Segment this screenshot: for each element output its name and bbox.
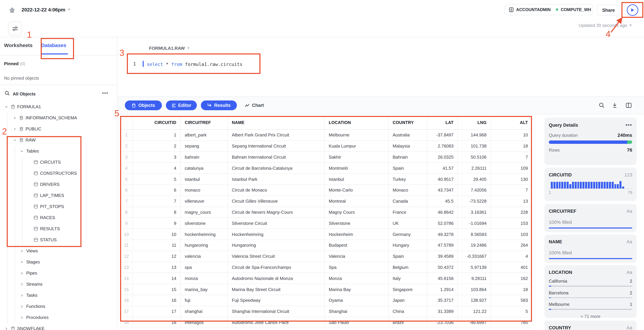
table-row[interactable]: 1616fujiFuji SpeedwayOyamaJapan35.371713… <box>120 295 532 306</box>
column-header-LNG[interactable]: LNG <box>458 116 491 129</box>
tree-item-constructors[interactable]: CONSTRUCTORS <box>0 168 117 179</box>
column-header-CIRCUITID[interactable]: CIRCUITID <box>133 116 181 129</box>
tree-item-views[interactable]: Views <box>0 245 117 256</box>
split-panel-button[interactable] <box>626 102 632 108</box>
object-search[interactable]: All Objects ••• <box>0 89 117 99</box>
table-row[interactable]: 44catalunyaCircuit de Barcelona-Cataluny… <box>120 163 532 174</box>
column-header-rownum[interactable] <box>120 116 133 129</box>
column-header-LOCATION[interactable]: LOCATION <box>325 116 388 129</box>
tree-item-tables[interactable]: Tables <box>0 146 117 157</box>
cell: 2 <box>133 141 181 152</box>
table-row[interactable]: 66monacoCircuit de MonacoMonte-CarloMona… <box>120 185 532 196</box>
table-row[interactable]: 88magny_coursCircuit de Nevers Magny-Cou… <box>120 207 532 218</box>
table-row[interactable]: 1717shanghaiShanghai International Circu… <box>120 306 532 317</box>
tree-item-tasks[interactable]: Tasks <box>0 290 117 301</box>
toggle-objects[interactable]: Objects <box>125 101 162 110</box>
sidebar-more-menu[interactable]: ••• <box>102 90 108 96</box>
tree-item-information_schema[interactable]: INFORMATION_SCHEMA <box>0 112 117 123</box>
table-row[interactable]: 99silverstoneSilverstone CircuitSilverst… <box>120 218 532 229</box>
table-row[interactable]: 1414monzaAutodromo Nazionale di MonzaMon… <box>120 273 532 284</box>
table-row[interactable]: 1313spaCircuit de Spa-FrancorchampsSpaBe… <box>120 262 532 273</box>
column-header-CIRCUITREF[interactable]: CIRCUITREF <box>181 116 228 129</box>
tree-item-functions[interactable]: Functions <box>0 301 117 312</box>
chevron-down-icon[interactable] <box>20 149 24 153</box>
column-header-NAME[interactable]: NAME <box>228 116 325 129</box>
home-button[interactable] <box>8 5 17 15</box>
chevron-right-icon[interactable] <box>20 316 24 319</box>
chevron-down-icon[interactable] <box>5 105 8 108</box>
sql-keyword: select <box>147 61 163 67</box>
search-results-button[interactable] <box>598 102 605 108</box>
chevron-down-icon[interactable] <box>13 138 16 142</box>
share-button[interactable]: Share <box>597 5 620 15</box>
column-header-COUNTRY[interactable]: COUNTRY <box>388 116 427 129</box>
editor-context-selector[interactable]: FORMULA1.RAW <box>149 46 190 51</box>
table-row[interactable]: 1212valenciaValencia Street CircuitValen… <box>120 251 532 262</box>
worksheet-title-menu[interactable]: 2022-12-22 4:06pm <box>22 7 70 12</box>
tree-item-pipes[interactable]: Pipes <box>0 268 117 279</box>
table-row[interactable]: 1818interlagosAutódromo José Carlos Pace… <box>120 317 532 328</box>
table-row[interactable]: 77villeneuveCircuit Gilles VilleneuveMon… <box>120 196 532 207</box>
tree-item-raw[interactable]: RAW <box>0 134 117 146</box>
tree-item-procedures[interactable]: Procedures <box>0 312 117 323</box>
tree-item-label: Pipes <box>26 271 37 276</box>
tree-item-status[interactable]: STATUS <box>0 234 117 245</box>
column-header-ALT[interactable]: ALT <box>491 116 532 129</box>
tree-item-drivers[interactable]: DRIVERS <box>0 179 117 190</box>
download-results-button[interactable] <box>612 102 618 108</box>
toggle-results[interactable]: Results <box>201 101 237 110</box>
chevron-right-icon[interactable] <box>20 305 24 308</box>
tab-databases[interactable]: Databases <box>41 42 66 48</box>
tree-item-results[interactable]: RESULTS <box>0 223 117 234</box>
tree-item-label: Views <box>26 248 38 253</box>
filters-button[interactable] <box>8 21 22 36</box>
tree-item-races[interactable]: RACES <box>0 212 117 223</box>
chevron-right-icon[interactable] <box>20 249 24 253</box>
session-context-button[interactable]: ACCOUNTADMIN COMPUTE_WH <box>504 4 593 15</box>
sql-statement[interactable]: select * from formula1.raw.circuits <box>147 61 242 67</box>
cell: 40.9517 <box>427 174 458 184</box>
tree-item-stages[interactable]: Stages <box>0 256 117 268</box>
column-header-LAT[interactable]: LAT <box>427 116 458 129</box>
table-row[interactable]: 55istanbulIstanbul ParkIstanbulTurkey40.… <box>120 174 532 185</box>
run-query-button[interactable] <box>627 4 638 16</box>
toggle-editor[interactable]: Editor <box>166 101 197 110</box>
column-type-badge: Aa <box>626 325 632 330</box>
table-row[interactable]: 1515marina_bayMarina Bay Street CircuitM… <box>120 284 532 295</box>
tree-item-lap_times[interactable]: LAP_TIMES <box>0 190 117 201</box>
query-details-menu[interactable]: ••• <box>626 122 632 128</box>
tree-item-label: RESULTS <box>40 226 60 231</box>
tree-item-snowflake[interactable]: SNOWFLAKE <box>0 323 117 330</box>
cell: Singapore <box>388 284 427 295</box>
chevron-right-icon[interactable] <box>20 260 24 264</box>
tree-item-formula1[interactable]: FORMULA1 <box>0 101 117 112</box>
table-row[interactable]: 1111hungaroringHungaroringBudapestHungar… <box>120 240 532 251</box>
chevron-right-icon[interactable] <box>5 327 8 330</box>
column-type-badge: 123 <box>624 172 632 177</box>
more-values-link[interactable]: + 71 more <box>549 314 632 319</box>
table-row[interactable]: 11albert_parkAlbert Park Grand Prix Circ… <box>120 130 532 141</box>
column-card-title: LOCATION <box>549 270 572 275</box>
table-row[interactable]: 1010hockenheimringHockenheimringHockenhe… <box>120 229 532 240</box>
table-row[interactable]: 1919indianapolisIndianapolis Motor Speed… <box>120 328 532 330</box>
table-row[interactable]: 33bahrainBahrain International CircuitSa… <box>120 152 532 163</box>
tree-item-pit_stops[interactable]: PIT_STOPS <box>0 201 117 212</box>
chevron-right-icon[interactable] <box>20 294 24 297</box>
cell: 8.56583 <box>458 229 491 240</box>
tree-item-streams[interactable]: Streams <box>0 279 117 290</box>
cell: -46.6997 <box>458 317 491 328</box>
cell: 1 <box>120 130 133 141</box>
results-table: CIRCUITIDCIRCUITREFNAMELOCATIONCOUNTRYLA… <box>120 116 532 330</box>
chevron-right-icon[interactable] <box>20 271 24 275</box>
chevron-right-icon[interactable] <box>13 116 16 120</box>
chevron-right-icon[interactable] <box>20 283 24 286</box>
cell: hockenheimring <box>181 229 228 240</box>
tree-item-label: STATUS <box>40 237 57 242</box>
table-row[interactable]: 22sepangSepang International CircuitKual… <box>120 141 532 152</box>
header-divider <box>0 37 644 37</box>
tree-item-public[interactable]: PUBLIC <box>0 123 117 134</box>
chevron-right-icon[interactable] <box>13 127 16 131</box>
tree-item-circuits[interactable]: CIRCUITS <box>0 157 117 168</box>
tab-chart[interactable]: Chart <box>245 101 264 110</box>
tab-worksheets[interactable]: Worksheets <box>4 42 33 48</box>
